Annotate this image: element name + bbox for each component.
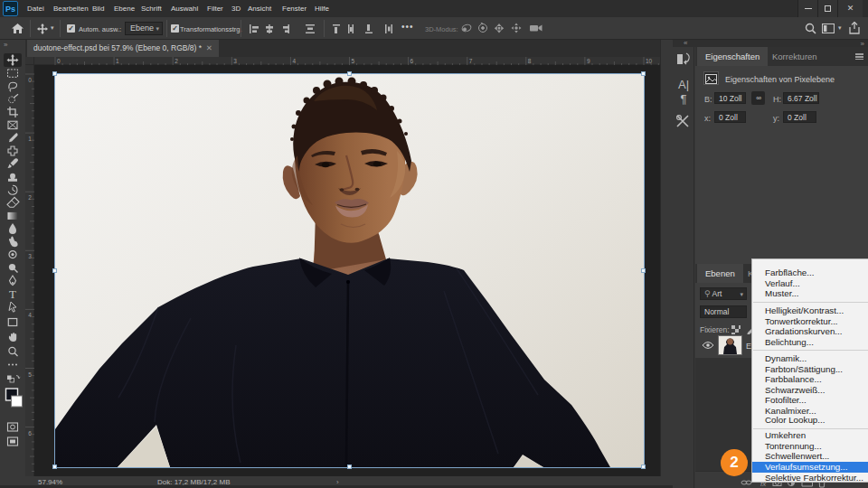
svg-text:1: 1 (28, 136, 32, 142)
svg-text:5: 5 (352, 58, 355, 64)
svg-text:1: 1 (116, 58, 119, 64)
svg-text:7: 7 (469, 58, 473, 64)
svg-text:0: 0 (57, 58, 61, 64)
svg-text:T: T (9, 287, 16, 301)
svg-text:9: 9 (587, 58, 590, 64)
svg-text:A|: A| (678, 78, 689, 91)
svg-text:6: 6 (410, 58, 414, 64)
svg-text:6: 6 (28, 430, 32, 436)
svg-text:5: 5 (28, 371, 32, 378)
svg-text:2: 2 (28, 194, 32, 201)
svg-text:4: 4 (28, 312, 32, 318)
svg-text:¶: ¶ (681, 92, 687, 106)
svg-text:8: 8 (528, 58, 532, 64)
svg-text:3: 3 (28, 253, 32, 259)
svg-text:2: 2 (175, 58, 178, 64)
svg-text:10: 10 (646, 58, 653, 64)
svg-text:0: 0 (28, 77, 32, 83)
svg-text:4: 4 (292, 58, 296, 64)
svg-text:3: 3 (233, 58, 237, 64)
